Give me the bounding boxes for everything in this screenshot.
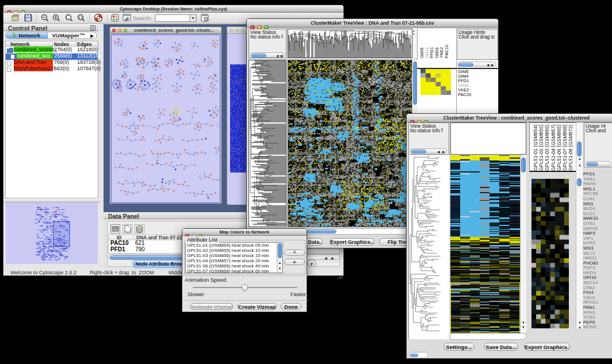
svg-text:1:1: 1:1 [79,16,83,19]
svg-text:Search:: Search: [133,15,152,21]
